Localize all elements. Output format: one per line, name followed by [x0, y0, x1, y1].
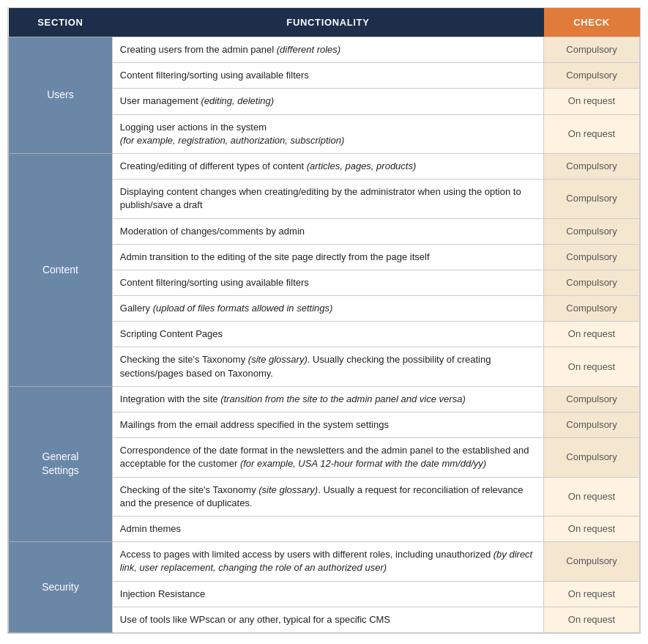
- check-cell: Compulsory: [544, 296, 640, 322]
- functionality-cell: Content filtering/sorting using availabl…: [112, 63, 543, 89]
- check-cell: On request: [544, 581, 640, 607]
- functionality-cell: Content filtering/sorting using availabl…: [112, 270, 543, 295]
- check-cell: On request: [544, 114, 640, 153]
- functionality-cell: Logging user actions in the system(for e…: [112, 114, 543, 153]
- section-cell: Security: [9, 542, 113, 633]
- table-row: UsersCreating users from the admin panel…: [9, 37, 640, 63]
- check-cell: On request: [544, 516, 640, 541]
- table-row: ContentCreating/editing of different typ…: [9, 153, 640, 179]
- functionality-cell: Checking the site's Taxonomy (site gloss…: [112, 347, 543, 386]
- check-cell: On request: [544, 477, 640, 516]
- check-cell: Compulsory: [544, 412, 640, 438]
- check-cell: On request: [544, 89, 640, 114]
- section-cell: GeneralSettings: [9, 386, 113, 541]
- functionality-table: SECTION FUNCTIONALITY CHECK UsersCreatin…: [8, 8, 640, 633]
- functionality-cell: Scripting Content Pages: [112, 322, 543, 347]
- functionality-cell: Admin themes: [112, 516, 543, 541]
- section-cell: Users: [9, 37, 113, 154]
- functionality-cell: Access to pages with limited access by u…: [112, 542, 543, 581]
- functionality-cell: User management (editing, deleting): [112, 89, 543, 114]
- check-cell: Compulsory: [544, 179, 640, 218]
- check-cell: On request: [544, 322, 640, 347]
- check-cell: Compulsory: [544, 270, 640, 295]
- check-cell: On request: [544, 607, 640, 632]
- main-table-container: SECTION FUNCTIONALITY CHECK UsersCreatin…: [7, 7, 641, 634]
- check-cell: On request: [544, 347, 640, 386]
- functionality-cell: Use of tools like WPscan or any other, t…: [112, 607, 543, 632]
- functionality-cell: Creating users from the admin panel (dif…: [112, 37, 543, 63]
- check-cell: Compulsory: [544, 386, 640, 412]
- section-cell: Content: [9, 153, 113, 386]
- section-header: SECTION: [9, 8, 113, 37]
- functionality-cell: Correspondence of the date format in the…: [112, 438, 543, 477]
- check-cell: Compulsory: [544, 153, 640, 179]
- table-row: SecurityAccess to pages with limited acc…: [9, 542, 640, 581]
- functionality-cell: Moderation of changes/comments by admin: [112, 218, 543, 244]
- functionality-cell: Integration with the site (transition fr…: [112, 386, 543, 412]
- functionality-cell: Checking of the site's Taxonomy (site gl…: [112, 477, 543, 516]
- functionality-cell: Displaying content changes when creating…: [112, 179, 543, 218]
- check-header: CHECK: [544, 8, 640, 37]
- check-cell: Compulsory: [544, 244, 640, 270]
- functionality-cell: Gallery (upload of files formats allowed…: [112, 296, 543, 322]
- check-cell: Compulsory: [544, 438, 640, 477]
- functionality-cell: Creating/editing of different types of c…: [112, 153, 543, 179]
- check-cell: Compulsory: [544, 37, 640, 63]
- functionality-cell: Admin transition to the editing of the s…: [112, 244, 543, 270]
- check-cell: Compulsory: [544, 542, 640, 581]
- check-cell: Compulsory: [544, 63, 640, 89]
- functionality-cell: Mailings from the email address specifie…: [112, 412, 543, 438]
- functionality-header: FUNCTIONALITY: [112, 8, 543, 37]
- table-row: GeneralSettingsIntegration with the site…: [9, 386, 640, 412]
- functionality-cell: Injection Resistance: [112, 581, 543, 607]
- check-cell: Compulsory: [544, 218, 640, 244]
